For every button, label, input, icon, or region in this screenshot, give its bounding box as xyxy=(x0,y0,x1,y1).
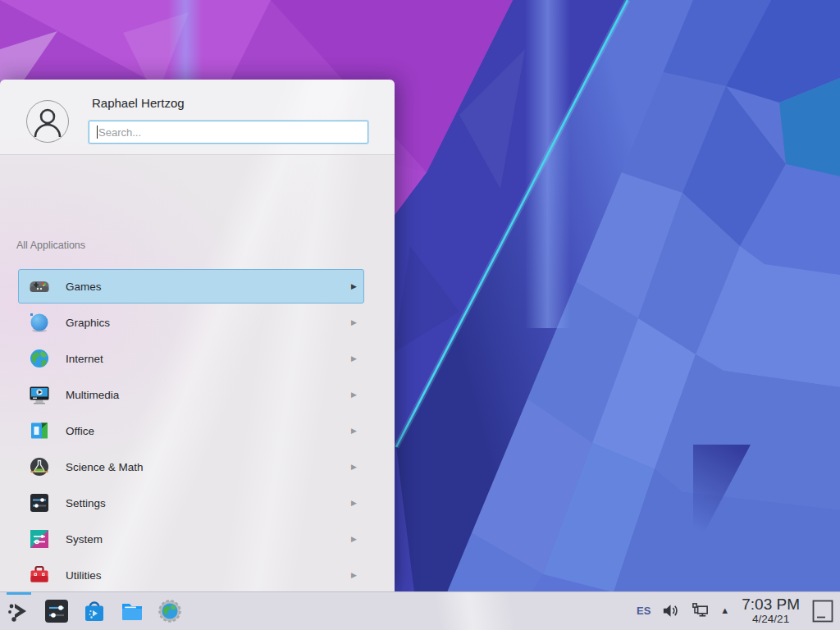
clock-time: 7:03 PM xyxy=(742,596,800,613)
application-launcher-button[interactable] xyxy=(6,598,32,624)
submenu-arrow-icon: ▶ xyxy=(351,427,357,435)
blue-sphere-icon xyxy=(29,312,50,333)
category-label: Science & Math xyxy=(66,461,144,473)
category-label: Games xyxy=(66,281,102,293)
category-label: Office xyxy=(66,425,94,437)
category-system[interactable]: System ▶ xyxy=(18,522,364,556)
monitor-play-icon xyxy=(29,384,50,405)
category-games[interactable]: Games ▶ xyxy=(18,269,364,304)
taskbar-panel: ES ▲ 7:03 PM 4/24/21 xyxy=(0,591,840,630)
volume-icon[interactable] xyxy=(661,601,680,620)
category-multimedia[interactable]: Multimedia ▶ xyxy=(18,377,364,412)
keyboard-layout-indicator[interactable]: ES xyxy=(637,605,651,617)
application-launcher-popup: Raphael Hertzog All Applications Games ▶ xyxy=(0,80,395,592)
flask-icon xyxy=(29,456,50,477)
taskbar-app-icons xyxy=(0,598,183,624)
documents-icon xyxy=(29,420,50,441)
user-avatar[interactable] xyxy=(26,100,69,143)
user-name: Raphael Hertzog xyxy=(92,96,185,110)
kde-launcher-icon xyxy=(6,598,32,624)
launcher-header: Raphael Hertzog xyxy=(0,80,395,155)
digital-clock[interactable]: 7:03 PM 4/24/21 xyxy=(740,596,801,625)
system-settings-button[interactable] xyxy=(43,598,70,624)
submenu-arrow-icon: ▶ xyxy=(351,463,357,471)
launcher-open-indicator xyxy=(7,592,31,595)
category-settings[interactable]: Settings ▶ xyxy=(18,486,364,520)
system-tray: ES ▲ 7:03 PM 4/24/21 xyxy=(637,596,840,625)
submenu-arrow-icon: ▶ xyxy=(351,391,357,399)
search-field[interactable] xyxy=(89,121,368,143)
search-input[interactable] xyxy=(89,121,368,144)
category-label: Graphics xyxy=(66,317,110,329)
discover-button[interactable] xyxy=(81,598,107,624)
category-internet[interactable]: Internet ▶ xyxy=(18,341,364,376)
gamepad-icon xyxy=(29,276,50,297)
category-label: System xyxy=(66,533,103,546)
globe-icon xyxy=(29,348,50,369)
category-list: Games ▶ Graphics ▶ Internet xyxy=(0,269,395,592)
clock-date: 4/24/21 xyxy=(742,614,800,625)
browser-globe-icon xyxy=(157,598,183,624)
category-label: Internet xyxy=(66,353,103,365)
category-label: Settings xyxy=(66,497,106,509)
sliders-dark-icon xyxy=(29,492,50,514)
tray-expand-icon[interactable]: ▲ xyxy=(720,606,729,615)
submenu-arrow-icon: ▶ xyxy=(351,283,357,290)
category-utilities[interactable]: Utilities ▶ xyxy=(18,558,364,592)
toolbox-icon xyxy=(29,564,50,586)
web-browser-button[interactable] xyxy=(157,598,183,624)
submenu-arrow-icon: ▶ xyxy=(351,319,357,326)
folder-icon xyxy=(119,598,145,624)
system-settings-icon xyxy=(43,598,70,624)
category-graphics[interactable]: Graphics ▶ xyxy=(18,305,364,340)
category-office[interactable]: Office ▶ xyxy=(18,413,364,448)
show-desktop-button[interactable] xyxy=(812,600,833,623)
network-icon[interactable] xyxy=(691,601,710,620)
discover-icon xyxy=(81,598,107,624)
section-label: All Applications xyxy=(16,240,395,251)
sliders-color-icon xyxy=(29,528,50,550)
submenu-arrow-icon: ▶ xyxy=(351,572,357,579)
submenu-arrow-icon: ▶ xyxy=(351,500,357,507)
category-label: Utilities xyxy=(66,569,102,582)
category-label: Multimedia xyxy=(66,389,119,401)
submenu-arrow-icon: ▶ xyxy=(351,536,357,543)
category-science-math[interactable]: Science & Math ▶ xyxy=(18,450,364,484)
submenu-arrow-icon: ▶ xyxy=(351,355,357,363)
file-manager-button[interactable] xyxy=(119,598,145,624)
